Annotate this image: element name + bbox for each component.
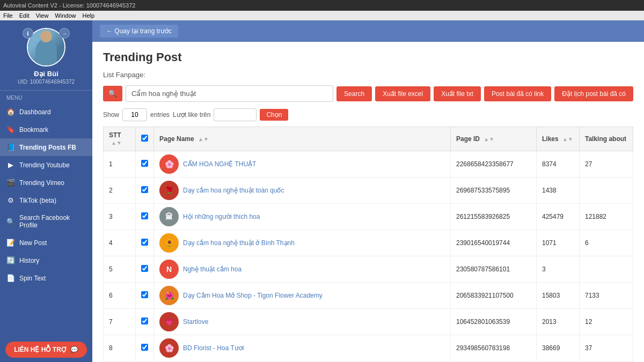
page-name-text: Dạy cắm hoa nghệ thuật toàn quốc [183, 187, 284, 194]
profile-info-button[interactable]: ℹ [23, 28, 33, 39]
cell-page-id: 2065833921107500 [451, 283, 537, 309]
row-checkbox[interactable] [141, 344, 148, 351]
schedule-button[interactable]: Đặt lịch post bài đã có [554, 86, 633, 101]
profile-next-button[interactable]: → [59, 28, 70, 39]
page-name-link[interactable]: NNghệ thuật cắm hoa [159, 260, 445, 279]
table-row: 1🌸CẤM HOA NGHỆ THUẬT22686584233586778374… [104, 151, 633, 178]
menu-help[interactable]: Help [82, 12, 94, 19]
page-name-link[interactable]: 🌹Dạy cắm hoa nghệ thuật toàn quốc [159, 181, 445, 200]
row-checkbox[interactable] [141, 160, 148, 167]
menu-window[interactable]: Window [55, 12, 76, 19]
chon-button[interactable]: Chọn [260, 109, 288, 121]
page-avatar: 🌸 [159, 154, 179, 174]
back-button[interactable]: ← Quay lại trang trước [100, 25, 178, 38]
entries-label: entries [150, 111, 170, 119]
sidebar-item-spin-text[interactable]: 📄 Spin Text [0, 269, 92, 287]
search-input[interactable] [126, 85, 333, 102]
page-name-link[interactable]: 🌺Dạy Cắm Hoa Mở Shop - Tigon Flower Acad… [159, 286, 445, 305]
sidebar-item-label: Bookmark [19, 126, 48, 134]
likes-threshold-input[interactable] [214, 108, 257, 121]
cell-page-name: 💗Startlove [154, 309, 451, 335]
page-name-text: Nghệ thuật cắm hoa [183, 265, 241, 273]
sidebar-item-trending-posts-fb[interactable]: 📘 Trending Posts FB [0, 138, 92, 156]
export-excel-button[interactable]: Xuất file excel [375, 86, 430, 101]
export-txt-button[interactable]: Xuất file txt [434, 86, 481, 101]
sidebar-item-label: Trending Vimeo [19, 179, 64, 187]
cell-stt: 1 [104, 151, 136, 178]
table-row: 5NNghệ thuật cắm hoa2305807875861013 [104, 256, 633, 283]
cell-page-name: 🌸BD Florist - Hoa Tươi [154, 335, 451, 361]
page-name-link[interactable]: 🌻Dạy cắm hoa nghệ thuật ở Bình Thạnh [159, 233, 445, 253]
cell-page-name: 🌸CẤM HOA NGHỆ THUẬT [154, 151, 451, 178]
cell-talking: 121882 [580, 204, 633, 230]
row-checkbox[interactable] [141, 212, 148, 219]
search-bar: 🔍 Search Xuất file excel Xuất file txt P… [103, 85, 633, 102]
sidebar-item-dashboard[interactable]: 🏠 Dashboard [0, 103, 92, 121]
cell-page-id: 239016540019744 [451, 230, 537, 256]
col-talking: Talking about [580, 127, 633, 151]
cell-likes: 38669 [537, 335, 580, 361]
page-name-text: Hội những người thích hoa [183, 213, 260, 220]
cell-checkbox [136, 283, 154, 309]
row-checkbox[interactable] [141, 291, 148, 298]
cell-stt: 7 [104, 309, 136, 335]
cell-likes: 425479 [537, 204, 580, 230]
page-avatar: N [159, 260, 179, 279]
show-label: Show [103, 111, 119, 119]
sidebar-item-bookmark[interactable]: 🔖 Bookmark [0, 121, 92, 138]
post-link-button[interactable]: Post bài đã có link [484, 86, 551, 101]
search-icon-button[interactable]: 🔍 [103, 86, 122, 101]
sidebar-item-new-post[interactable]: 📝 New Post [0, 234, 92, 252]
sort-likes[interactable]: ▲▼ [562, 136, 573, 142]
cell-stt: 5 [104, 256, 136, 283]
cell-stt: 6 [104, 283, 136, 309]
sidebar-item-tiktok[interactable]: ⚙ TikTok (beta) [0, 191, 92, 209]
table-row: 2🌹Dạy cắm hoa nghệ thuật toàn quốc269687… [104, 178, 633, 204]
page-name-link[interactable]: 🌸BD Florist - Hoa Tươi [159, 338, 445, 358]
menu-edit[interactable]: Edit [19, 12, 30, 19]
sidebar-item-history[interactable]: 🔄 History [0, 252, 92, 269]
page-name-link[interactable]: 💗Startlove [159, 312, 445, 331]
sort-page-name[interactable]: ▲▼ [198, 136, 209, 142]
support-label: LIÊN HỆ HỖ TRỢ [14, 346, 67, 353]
cell-page-id: 269687533575895 [451, 178, 537, 204]
sidebar-item-label: New Post [19, 239, 47, 247]
menu-file[interactable]: File [3, 12, 13, 19]
col-page-name: Page Name ▲▼ [154, 127, 451, 151]
sidebar-item-trending-vimeo[interactable]: 🎬 Trending Vimeo [0, 174, 92, 191]
col-likes: Likes ▲▼ [537, 127, 580, 151]
row-checkbox[interactable] [141, 317, 148, 324]
top-bar: ← Quay lại trang trước [92, 20, 644, 42]
cell-checkbox [136, 230, 154, 256]
cell-checkbox [136, 178, 154, 204]
main-content: ← Quay lại trang trước Trending Post Lis… [92, 20, 644, 362]
avatar-container: ℹ → [27, 28, 65, 67]
col-page-id: Page ID ▲▼ [451, 127, 537, 151]
sort-stt[interactable]: ▲▼ [111, 140, 122, 146]
cell-checkbox [136, 309, 154, 335]
row-checkbox[interactable] [141, 186, 148, 193]
entries-input[interactable] [122, 108, 147, 121]
row-checkbox[interactable] [141, 265, 148, 272]
table-row: 4🌻Dạy cắm hoa nghệ thuật ở Bình Thạnh239… [104, 230, 633, 256]
sidebar-item-label: Trending Posts FB [19, 144, 76, 151]
sidebar-item-trending-youtube[interactable]: ▶ Trending Youtube [0, 156, 92, 174]
page-name-link[interactable]: 🌸CẤM HOA NGHỆ THUẬT [159, 154, 445, 174]
title-bar: Autoviral Content V2 - License: 10007464… [0, 0, 644, 11]
page-avatar: 🏛 [159, 207, 179, 226]
menu-view[interactable]: View [36, 12, 49, 19]
row-checkbox[interactable] [141, 239, 148, 246]
page-name-link[interactable]: 🏛Hội những người thích hoa [159, 207, 445, 226]
sidebar-item-search-facebook[interactable]: 🔍 Search Facebook Profile [0, 209, 92, 234]
sort-page-id[interactable]: ▲▼ [484, 136, 494, 142]
table-row: 6🌺Dạy Cắm Hoa Mở Shop - Tigon Flower Aca… [104, 283, 633, 309]
cell-page-id: 261215583926825 [451, 204, 537, 230]
select-all-checkbox[interactable] [141, 135, 148, 142]
search-button[interactable]: Search [336, 86, 372, 101]
sidebar-item-label: TikTok (beta) [19, 197, 56, 204]
fanpage-table: STT ▲▼ Page Name ▲▼ Page ID ▲▼ Likes ▲▼ … [103, 127, 633, 361]
cell-likes: 3 [537, 256, 580, 283]
support-button[interactable]: LIÊN HỆ HỖ TRỢ 💬 [5, 342, 87, 358]
youtube-icon: ▶ [6, 161, 15, 169]
tiktok-icon: ⚙ [6, 196, 15, 204]
